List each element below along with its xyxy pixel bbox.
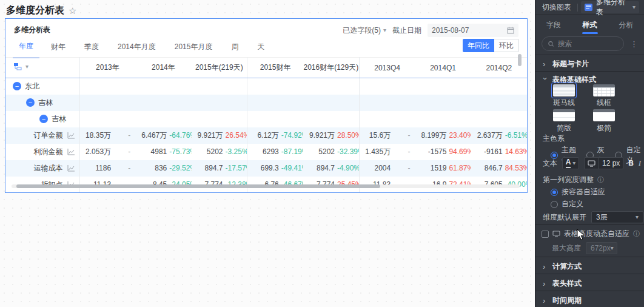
dim-expand-row: 维度默认展开 3层 ▾ <box>543 211 644 223</box>
font-size-value: 12 px <box>599 158 623 169</box>
sidebar-header: 切换图表 多维分析表 ▾ <box>535 0 644 15</box>
hscroll-thumb[interactable] <box>16 184 380 188</box>
italic-button[interactable]: I <box>639 159 641 168</box>
auto-height-label: 表格高度动态自适应 <box>564 229 629 239</box>
dim-expand-select[interactable]: 3层 ▾ <box>591 211 643 223</box>
metric-row: 订单金额 18.35万- 6.467万-64.76% 9.921万26.54% … <box>5 127 527 144</box>
page-title: 多维度分析表 <box>6 4 64 17</box>
tab-2014-month[interactable]: 2014年月度 <box>116 37 157 58</box>
mom-button[interactable]: 环比 <box>494 39 519 52</box>
metric-label: 利润金额 <box>34 147 63 157</box>
trend-chart-icon[interactable] <box>67 149 75 155</box>
search-input[interactable] <box>558 39 618 48</box>
main-area: 多维度分析表 ☆ 多维分析表 已选字段(5) ▾ 截止日期 2015-08-07 <box>0 0 535 307</box>
auto-height-checkbox[interactable] <box>542 231 549 238</box>
minimal-thumbnail <box>593 109 615 121</box>
table-chart-icon <box>585 4 592 11</box>
text-style-row: 文本 A ▾ 12 px B I <box>543 157 644 169</box>
caret-down-icon: ▾ <box>572 160 575 166</box>
collapse-icon[interactable]: − <box>13 82 21 90</box>
collapse-icon[interactable]: − <box>26 98 35 107</box>
vertical-scrollbar[interactable] <box>518 54 522 184</box>
vertical-separator <box>577 4 578 12</box>
tab-analysis[interactable]: 分析 <box>608 15 644 35</box>
tab-2015-month[interactable]: 2015年月度 <box>173 37 214 58</box>
tab-style[interactable]: 样式 <box>572 15 608 35</box>
dim-label: 东北 <box>25 81 39 92</box>
metric-label: 订单金额 <box>34 130 63 141</box>
col-header: 2014Q1 <box>415 58 471 78</box>
simple-thumbnail <box>553 109 575 121</box>
settings-sidebar: 切换图表 多维分析表 ▾ 字段 样式 分析 ⋮ › 标题与卡片 › 表格基础样式 <box>535 0 644 307</box>
dim-row: −吉林 <box>5 95 527 111</box>
style-option-minimal[interactable] <box>591 107 617 123</box>
col-header: 2016财年(129天) <box>303 58 359 78</box>
info-icon: ⓘ <box>597 175 604 184</box>
favorite-star-icon[interactable]: ☆ <box>69 5 76 16</box>
monitor-icon <box>588 160 595 167</box>
radio-fit-container[interactable]: 按容器自适应 <box>551 187 644 197</box>
tab-fiscal-year[interactable]: 财年 <box>50 37 67 58</box>
section-calc-method[interactable]: › 计算方式 <box>535 261 644 272</box>
bold-button[interactable]: B <box>628 159 634 167</box>
section-header-style[interactable]: › 表头样式 <box>535 278 644 289</box>
monitor-icon <box>552 231 560 237</box>
first-col-width-label: 第一列宽度调整 <box>543 175 594 185</box>
radio-custom-width[interactable]: 自定义 <box>551 199 644 209</box>
date-value: 2015-08-07 <box>432 26 469 35</box>
chevron-right-icon: › <box>543 296 548 305</box>
zebra-thumbnail <box>553 84 575 96</box>
date-picker[interactable]: 2015-08-07 <box>428 24 518 37</box>
yoy-button[interactable]: 年同比 <box>463 39 494 52</box>
font-color-button[interactable]: A ▾ <box>562 157 579 169</box>
style-option-frame[interactable] <box>591 83 617 98</box>
tab-year[interactable]: 年度 <box>13 36 39 58</box>
trend-chart-icon[interactable] <box>67 165 75 172</box>
calendar-icon <box>507 27 514 34</box>
chart-type-select[interactable]: 多维分析表 ▾ <box>581 1 639 13</box>
search-icon <box>548 41 554 47</box>
style-option-simple[interactable] <box>551 107 577 123</box>
tab-week[interactable]: 周 <box>230 37 240 58</box>
chevron-right-icon: › <box>543 262 548 271</box>
style-label-zebra: 斑马线 <box>546 98 582 108</box>
col-header: 2013Q4 <box>359 58 415 78</box>
compare-toggle: 年同比 环比 <box>463 39 519 52</box>
tab-fields[interactable]: 字段 <box>535 15 572 35</box>
horizontal-scrollbar[interactable] <box>12 184 520 188</box>
vscroll-thumb[interactable] <box>518 54 522 66</box>
trend-chart-icon[interactable] <box>67 132 75 139</box>
deadline-label: 截止日期 <box>392 25 421 36</box>
dim-row: −吉林 <box>5 111 527 127</box>
switch-chart-label: 切换图表 <box>538 2 575 13</box>
dim-label: 吉林 <box>52 114 66 124</box>
style-option-zebra[interactable] <box>551 83 577 98</box>
frame-thumbnail <box>593 84 615 96</box>
collapse-icon[interactable]: − <box>39 115 48 123</box>
analysis-card: 多维分析表 已选字段(5) ▾ 截止日期 2015-08-07 <box>5 18 528 193</box>
dim-label: 吉林 <box>38 98 53 108</box>
card-header: 多维分析表 已选字段(5) ▾ 截止日期 2015-08-07 <box>5 19 527 37</box>
style-label-frame: 线框 <box>586 98 622 108</box>
row-dimension-header[interactable]: ▾ <box>5 58 79 78</box>
tab-day[interactable]: 天 <box>256 37 266 58</box>
max-height-label: 最大高度 <box>552 243 581 254</box>
section-time-period[interactable]: › 时间周期 <box>535 295 644 306</box>
card-title: 多维分析表 <box>14 25 50 35</box>
info-icon: ⓘ <box>633 229 640 238</box>
search-row: ⋮ <box>535 36 644 51</box>
search-input-wrap <box>542 36 624 51</box>
selected-fields-dropdown[interactable]: 已选字段(5) ▾ <box>343 25 386 36</box>
caret-down-icon: ▾ <box>383 27 386 33</box>
max-height-value: 672px <box>591 244 611 252</box>
chevron-down-icon: › <box>541 78 550 83</box>
section-title-card[interactable]: › 标题与卡片 <box>535 59 644 69</box>
card-filters: 已选字段(5) ▾ 截止日期 2015-08-07 <box>343 24 518 37</box>
max-height-select[interactable]: 672px ▾ <box>586 242 617 254</box>
selected-fields-label: 已选字段(5) <box>343 25 381 36</box>
font-size-control[interactable]: 12 px <box>584 157 623 169</box>
tab-quarter[interactable]: 季度 <box>83 37 100 58</box>
style-label-minimal: 极简 <box>586 123 622 133</box>
col-header: 2015财年 <box>247 58 303 78</box>
more-options-icon[interactable]: ⋮ <box>628 39 640 49</box>
